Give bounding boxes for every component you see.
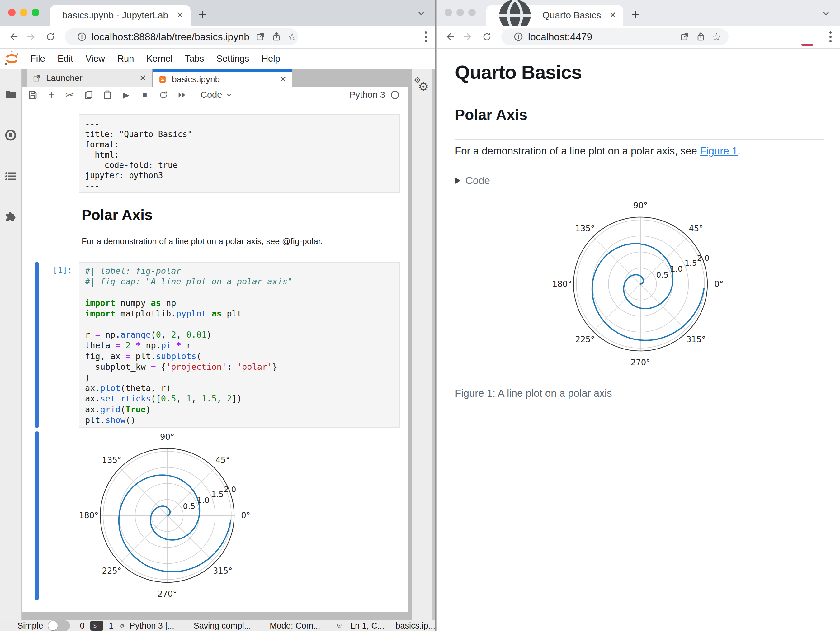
svg-text:1.5: 1.5	[685, 258, 697, 267]
restart-kernel-icon[interactable]	[158, 90, 169, 100]
figure-1-link[interactable]: Figure 1	[700, 145, 737, 157]
right-tab-search-chevron-icon[interactable]	[821, 8, 831, 19]
notebook-toolbar: + ✂ ▶ ■	[22, 87, 408, 103]
menu-item-view[interactable]: View	[79, 54, 111, 63]
terminal-icon[interactable]: $_	[90, 621, 103, 631]
left-new-tab-button[interactable]: +	[199, 8, 207, 21]
property-inspector-icon[interactable]: ⚙⚙	[414, 78, 430, 94]
cut-cell-icon[interactable]: ✂	[65, 90, 75, 100]
left-tab-search-chevron-icon[interactable]	[416, 8, 426, 19]
notebook-tab-close-icon[interactable]: ✕	[279, 74, 286, 84]
right-tab-close-icon[interactable]: ✕	[609, 11, 616, 20]
left-url-text[interactable]: localhost:8888/lab/tree/basics.ipynb	[92, 31, 249, 43]
right-traffic-lights[interactable]	[445, 9, 476, 16]
polar-plot-output: 0°45°90°135°180°225°270°315°0.51.01.52.0	[74, 422, 261, 609]
output-collapser-bar[interactable]	[35, 431, 39, 600]
menu-item-file[interactable]: File	[24, 54, 51, 63]
statusbar-file-name: basics.ip...	[395, 621, 435, 631]
page-title: Quarto Basics	[455, 61, 582, 83]
notebook-markdown-paragraph: For a demonstration of a line plot on a …	[82, 237, 323, 246]
menu-item-tabs[interactable]: Tabs	[179, 54, 210, 63]
close-window-button[interactable]	[8, 9, 16, 16]
jupyter-logo-icon	[4, 51, 19, 66]
dock-tab-notebook[interactable]: basics.ipynb ✕	[153, 69, 292, 87]
menu-item-edit[interactable]: Edit	[51, 54, 79, 63]
right-new-tab-button[interactable]: +	[632, 8, 639, 21]
bookmark-star-icon[interactable]: ☆	[287, 32, 298, 42]
screenshot-root: basics.ipynb - JupyterLab ✕ +	[0, 0, 840, 631]
svg-text:0°: 0°	[241, 511, 250, 520]
code-cell-line: import matplotlib.pyplot as plt	[79, 308, 399, 319]
table-of-contents-icon[interactable]	[4, 170, 17, 182]
code-cell-line: )	[79, 372, 399, 383]
left-browser-tab[interactable]: basics.ipynb - JupyterLab ✕	[50, 5, 191, 25]
open-in-new-icon[interactable]	[679, 32, 690, 42]
menu-item-run[interactable]: Run	[111, 54, 140, 63]
launcher-tab-close-icon[interactable]: ✕	[139, 73, 146, 83]
kernel-chip-icon[interactable]	[120, 620, 125, 631]
trust-shield-icon[interactable]	[337, 620, 342, 631]
site-info-icon[interactable]	[77, 32, 87, 42]
raw-yaml-cell[interactable]: ---title: "Quarto Basics"format: html: c…	[79, 114, 400, 193]
right-url-text[interactable]: localhost:4479	[528, 31, 674, 43]
back-icon[interactable]	[8, 31, 19, 42]
zoom-window-button[interactable]	[468, 9, 476, 16]
back-icon[interactable]	[444, 31, 455, 42]
dock-tab-launcher[interactable]: Launcher ✕	[27, 69, 153, 87]
paste-cell-icon[interactable]	[102, 90, 113, 100]
page-paragraph: For a demonstration of a line plot on a …	[455, 145, 741, 157]
reload-icon[interactable]	[482, 31, 493, 42]
code-cell-line	[79, 319, 399, 329]
code-cell-line	[79, 287, 399, 297]
restart-run-all-icon[interactable]	[177, 90, 188, 100]
share-icon[interactable]	[271, 32, 282, 42]
insert-cell-icon[interactable]: +	[46, 90, 57, 100]
raw-cell-line: title: "Quarto Basics"	[79, 129, 399, 139]
right-browser-tab[interactable]: Quarto Basics ✕	[486, 5, 623, 25]
left-window-scrollbar[interactable]	[431, 69, 435, 620]
minimize-window-button[interactable]	[456, 9, 464, 16]
menu-item-settings[interactable]: Settings	[210, 54, 255, 63]
copy-cell-icon[interactable]	[84, 90, 94, 100]
run-cell-icon[interactable]: ▶	[121, 90, 131, 100]
running-sessions-icon[interactable]	[4, 129, 17, 141]
cell-type-chevron-icon[interactable]	[224, 90, 234, 100]
jupyterlab-body: Launcher ✕ basics.ipynb ✕	[0, 69, 435, 620]
left-tab-close-icon[interactable]: ✕	[176, 11, 183, 20]
svg-text:270°: 270°	[158, 589, 177, 599]
share-icon[interactable]	[696, 32, 706, 42]
menu-item-kernel[interactable]: Kernel	[140, 54, 179, 63]
simple-mode-toggle[interactable]	[47, 620, 70, 631]
bookmark-star-icon[interactable]: ☆	[712, 32, 722, 42]
file-browser-icon[interactable]	[4, 88, 17, 100]
stop-kernel-icon[interactable]: ■	[139, 90, 150, 100]
input-collapser-bar[interactable]	[35, 262, 39, 428]
cell-type-select[interactable]: Code	[201, 90, 222, 100]
section-divider	[455, 139, 824, 140]
menu-item-help[interactable]: Help	[255, 54, 286, 63]
svg-text:135°: 135°	[102, 455, 122, 465]
reload-icon[interactable]	[45, 31, 56, 42]
code-fold-toggle[interactable]: Code	[455, 175, 490, 187]
left-address-bar[interactable]: localhost:8888/lab/tree/basics.ipynb ☆	[65, 28, 298, 45]
left-tab-title: basics.ipynb - JupyterLab	[62, 10, 168, 21]
left-traffic-lights[interactable]	[8, 9, 39, 16]
kernels-count: 1	[109, 621, 114, 631]
code-cell[interactable]: #| label: fig-polar#| fig-cap: "A line p…	[79, 262, 400, 428]
extension-manager-icon[interactable]	[4, 211, 17, 224]
save-icon[interactable]	[27, 90, 38, 100]
forward-icon[interactable]	[26, 31, 37, 42]
minimize-window-button[interactable]	[20, 9, 27, 16]
kernel-status-text[interactable]: Python 3 |...	[129, 621, 174, 631]
site-info-icon[interactable]	[513, 32, 524, 42]
forward-icon[interactable]	[463, 31, 474, 42]
left-browser-menu-icon[interactable]	[424, 32, 427, 42]
kernel-status-icon[interactable]	[391, 91, 399, 99]
right-address-bar[interactable]: localhost:4479 ☆	[501, 28, 728, 45]
right-browser-menu-icon[interactable]	[829, 32, 832, 42]
cursor-position-text[interactable]: Ln 1, C...	[350, 621, 385, 631]
open-in-new-icon[interactable]	[255, 32, 265, 42]
zoom-window-button[interactable]	[32, 9, 39, 16]
kernel-name-label[interactable]: Python 3	[350, 90, 385, 100]
close-window-button[interactable]	[445, 9, 452, 16]
